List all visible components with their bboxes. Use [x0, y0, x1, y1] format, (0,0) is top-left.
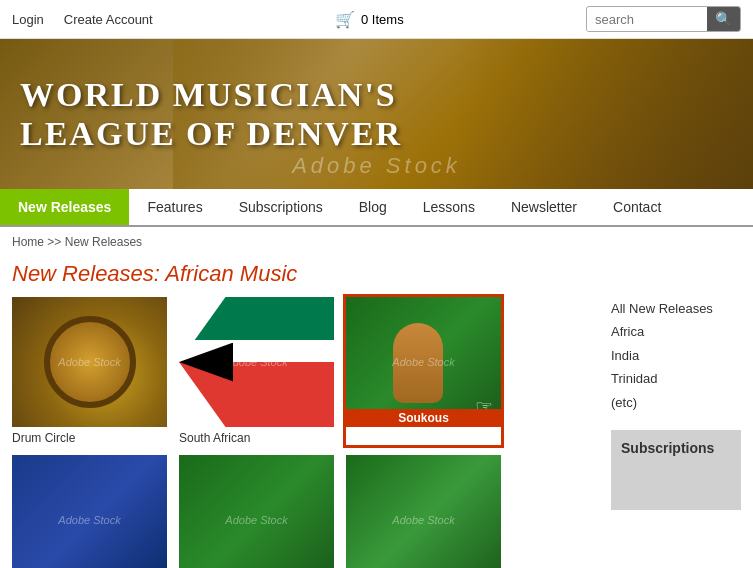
search-button[interactable]: 🔍	[707, 7, 740, 31]
sidebar-subscriptions-box: Subscriptions	[611, 430, 741, 510]
nav-bar: New Releases Features Subscriptions Blog…	[0, 189, 753, 227]
product-image-south-african: Adobe Stock	[179, 297, 334, 427]
product-card-row2-2[interactable]: Adobe Stock	[179, 455, 334, 568]
cart-area[interactable]: 🛒 0 Items	[335, 10, 404, 29]
soukous-label: Soukous	[346, 409, 501, 427]
breadcrumb-separator: >>	[47, 235, 64, 249]
login-link[interactable]: Login	[12, 12, 44, 27]
search-input[interactable]	[587, 8, 707, 31]
adobe-watermark-4: Adobe Stock	[58, 514, 120, 526]
cart-icon: 🛒	[335, 10, 355, 29]
nav-item-new-releases[interactable]: New Releases	[0, 189, 129, 225]
adobe-watermark-6: Adobe Stock	[392, 514, 454, 526]
product-grid: Adobe Stock Drum Circle Adobe Stock Sout…	[12, 297, 591, 568]
breadcrumb: Home >> New Releases	[0, 227, 753, 257]
sidebar-link-india[interactable]: India	[611, 344, 741, 367]
nav-item-lessons[interactable]: Lessons	[405, 189, 493, 225]
top-bar: Login Create Account 🛒 0 Items 🔍	[0, 0, 753, 39]
cart-label: 0 Items	[361, 12, 404, 27]
sidebar-link-trinidad[interactable]: Trinidad	[611, 367, 741, 390]
adobe-watermark-5: Adobe Stock	[225, 514, 287, 526]
product-card-row2-1[interactable]: Adobe Stock	[12, 455, 167, 568]
adobe-watermark-1: Adobe Stock	[58, 356, 120, 368]
page-title: New Releases: African Music	[0, 257, 753, 297]
sidebar-links: All New Releases Africa India Trinidad (…	[611, 297, 741, 414]
top-bar-left: Login Create Account	[12, 12, 153, 27]
hero-title: World Musician's League of Denver	[0, 75, 422, 153]
product-image-row2-3: Adobe Stock	[346, 455, 501, 568]
nav-item-newsletter[interactable]: Newsletter	[493, 189, 595, 225]
product-card-soukous[interactable]: Adobe Stock ☞ Soukous	[346, 297, 501, 445]
nav-item-blog[interactable]: Blog	[341, 189, 405, 225]
product-card-south-african[interactable]: Adobe Stock South African	[179, 297, 334, 445]
product-row-2: Adobe Stock Adobe Stock Adobe Stock	[12, 455, 591, 568]
product-card-row2-3[interactable]: Adobe Stock	[346, 455, 501, 568]
sidebar-subscriptions-title: Subscriptions	[621, 440, 731, 456]
nav-item-contact[interactable]: Contact	[595, 189, 679, 225]
create-account-link[interactable]: Create Account	[64, 12, 153, 27]
adobe-watermark-2: Adobe Stock	[225, 356, 287, 368]
main-content: Adobe Stock Drum Circle Adobe Stock Sout…	[0, 297, 753, 568]
product-image-drum-circle: Adobe Stock	[12, 297, 167, 427]
sidebar-link-etc[interactable]: (etc)	[611, 391, 741, 414]
search-area: 🔍	[586, 6, 741, 32]
nav-item-subscriptions[interactable]: Subscriptions	[221, 189, 341, 225]
adobe-watermark-3: Adobe Stock	[392, 356, 454, 368]
drum-right-decoration	[453, 39, 753, 189]
nav-item-features[interactable]: Features	[129, 189, 220, 225]
breadcrumb-current: New Releases	[65, 235, 142, 249]
adobe-stock-watermark: Adobe Stock	[292, 153, 461, 179]
sidebar: All New Releases Africa India Trinidad (…	[611, 297, 741, 568]
product-image-row2-2: Adobe Stock	[179, 455, 334, 568]
sidebar-link-africa[interactable]: Africa	[611, 320, 741, 343]
product-label-drum-circle: Drum Circle	[12, 431, 167, 445]
breadcrumb-home-link[interactable]: Home	[12, 235, 44, 249]
product-row-1: Adobe Stock Drum Circle Adobe Stock Sout…	[12, 297, 591, 445]
sidebar-link-all-new-releases[interactable]: All New Releases	[611, 297, 741, 320]
product-card-drum-circle[interactable]: Adobe Stock Drum Circle	[12, 297, 167, 445]
product-image-soukous: Adobe Stock ☞ Soukous	[346, 297, 501, 427]
hero-banner: World Musician's League of Denver Adobe …	[0, 39, 753, 189]
product-label-south-african: South African	[179, 431, 334, 445]
product-image-row2-1: Adobe Stock	[12, 455, 167, 568]
